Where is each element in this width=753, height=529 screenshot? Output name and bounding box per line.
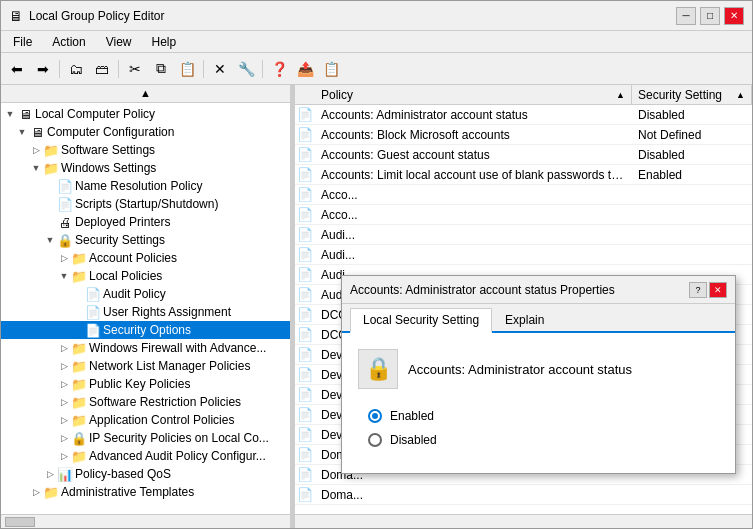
menu-file[interactable]: File (5, 33, 40, 51)
toolbar-sep-1 (59, 60, 60, 78)
policy-icon-large: 🔒 (358, 349, 398, 389)
toolbar-sep-4 (262, 60, 263, 78)
radio-enabled-label: Enabled (390, 409, 434, 423)
close-button[interactable]: ✕ (724, 7, 744, 25)
toolbar-sep-2 (118, 60, 119, 78)
forward-button[interactable]: ➡ (31, 57, 55, 81)
tab-explain[interactable]: Explain (492, 308, 557, 333)
toolbar: ⬅ ➡ 🗂 🗃 ✂ ⧉ 📋 ✕ 🔧 ❓ 📤 📋 (1, 53, 752, 85)
dialog-content: 🔒 Accounts: Administrator account status… (342, 333, 735, 473)
delete-button[interactable]: ✕ (208, 57, 232, 81)
toolbar-sep-3 (203, 60, 204, 78)
export-button[interactable]: 📤 (293, 57, 317, 81)
dialog-title-controls: ? ✕ (689, 282, 727, 298)
properties-dialog: Accounts: Administrator account status P… (341, 275, 736, 474)
show-console-button[interactable]: 🗂 (64, 57, 88, 81)
radio-group: Enabled Disabled (358, 409, 719, 447)
title-controls: ─ □ ✕ (676, 7, 744, 25)
help-button[interactable]: ❓ (267, 57, 291, 81)
radio-enabled[interactable]: Enabled (368, 409, 719, 423)
show-hide-button[interactable]: 🗃 (90, 57, 114, 81)
radio-enabled-input[interactable] (368, 409, 382, 423)
dialog-overlay: Accounts: Administrator account status P… (1, 85, 752, 528)
window-title: Local Group Policy Editor (29, 9, 164, 23)
radio-disabled-label: Disabled (390, 433, 437, 447)
menu-view[interactable]: View (98, 33, 140, 51)
back-button[interactable]: ⬅ (5, 57, 29, 81)
paste-button[interactable]: 📋 (175, 57, 199, 81)
dialog-policy-header: 🔒 Accounts: Administrator account status (358, 349, 719, 389)
menu-bar: File Action View Help (1, 31, 752, 53)
dialog-tabs: Local Security Setting Explain (342, 304, 735, 333)
radio-disabled-input[interactable] (368, 433, 382, 447)
dialog-policy-title: Accounts: Administrator account status (408, 362, 632, 377)
menu-action[interactable]: Action (44, 33, 93, 51)
radio-disabled[interactable]: Disabled (368, 433, 719, 447)
menu-help[interactable]: Help (144, 33, 185, 51)
extra-button[interactable]: 📋 (319, 57, 343, 81)
main-container: ▲ ▼ 🖥 Local Computer Policy ▼ 🖥 Computer… (1, 85, 752, 528)
radio-enabled-dot (372, 413, 378, 419)
window-icon: 🖥 (9, 8, 23, 24)
dialog-close-button[interactable]: ✕ (709, 282, 727, 298)
tab-local-security[interactable]: Local Security Setting (350, 308, 492, 333)
copy-button[interactable]: ⧉ (149, 57, 173, 81)
dialog-title-bar: Accounts: Administrator account status P… (342, 276, 735, 304)
title-bar: 🖥 Local Group Policy Editor ─ □ ✕ (1, 1, 752, 31)
dialog-title-text: Accounts: Administrator account status P… (350, 283, 615, 297)
properties-button[interactable]: 🔧 (234, 57, 258, 81)
maximize-button[interactable]: □ (700, 7, 720, 25)
main-window: 🖥 Local Group Policy Editor ─ □ ✕ File A… (0, 0, 753, 529)
minimize-button[interactable]: ─ (676, 7, 696, 25)
cut-button[interactable]: ✂ (123, 57, 147, 81)
dialog-help-button[interactable]: ? (689, 282, 707, 298)
title-left: 🖥 Local Group Policy Editor (9, 8, 164, 24)
